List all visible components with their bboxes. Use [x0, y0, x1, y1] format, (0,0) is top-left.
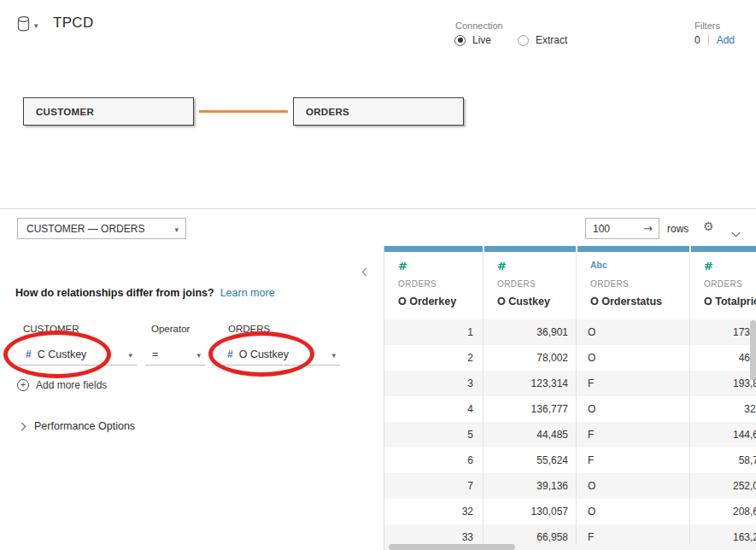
cell: 1 [384, 319, 483, 345]
add-filter-link[interactable]: Add [717, 34, 735, 46]
table-row: 1 36,901 O 173,6 [384, 319, 756, 345]
chevron-down-icon [128, 348, 137, 360]
collapse-panel-chevron-icon[interactable] [363, 263, 369, 278]
chevron-down-icon [174, 223, 179, 235]
cell: 46,9 [690, 345, 756, 371]
chevron-down-icon [34, 16, 38, 32]
database-menu-button[interactable] [17, 16, 38, 32]
chevron-down-icon [196, 348, 205, 360]
add-more-fields-label: Add more fields [36, 379, 107, 391]
rows-label: rows [667, 223, 689, 235]
column-header-totalprice[interactable]: # ORDERS O Totalprice [690, 252, 756, 319]
table-row: 2 78,002 O 46,9 [384, 345, 756, 371]
collapse-grid-chevron-icon[interactable] [733, 224, 739, 239]
right-table-label: ORDERS [228, 324, 270, 334]
column-field-name: O Orderstatus [590, 295, 662, 307]
cell: F [577, 422, 690, 448]
table-customer[interactable]: CUSTOMER [23, 97, 194, 126]
cell: O [577, 396, 690, 422]
table-orders[interactable]: ORDERS [293, 97, 464, 126]
cell: 32, [690, 396, 756, 422]
column-accent-bar [691, 246, 756, 252]
numeric-type-icon: # [398, 260, 407, 272]
column-table-name: ORDERS [704, 279, 742, 289]
table-row: 3 123,314 F 193,8 [384, 371, 756, 396]
plus-circle-icon [17, 379, 29, 391]
column-accent-bar [484, 246, 576, 252]
radio-unselected-icon [518, 35, 529, 46]
rows-count-box [585, 218, 659, 239]
filters-row: 0 Add [694, 34, 735, 46]
cell: 252,0 [690, 473, 756, 499]
cell: F [577, 448, 690, 473]
right-field-dropdown[interactable]: # O Custkey [212, 343, 340, 366]
numeric-type-icon: # [497, 260, 507, 272]
filters-count: 0 [694, 34, 700, 46]
add-more-fields-button[interactable]: Add more fields [17, 379, 107, 391]
cell: 136,777 [483, 396, 577, 422]
relationship-noodle[interactable] [199, 110, 288, 113]
cell: 32 [384, 499, 483, 524]
datasource-title[interactable]: TPCD [53, 15, 93, 32]
apply-rows-arrow-icon[interactable] [643, 223, 659, 234]
table-row: 5 44,485 F 144,6 [384, 422, 756, 448]
cell: 2 [384, 345, 483, 371]
relationship-selector-dropdown[interactable]: CUSTOMER — ORDERS [17, 218, 186, 239]
cell: 173,6 [690, 319, 756, 345]
radio-live-label: Live [472, 34, 491, 46]
rows-count-input[interactable] [586, 223, 629, 235]
left-field-value: C Custkey [38, 348, 87, 360]
cell: F [577, 371, 690, 396]
column-header-orderstatus[interactable]: Abc ORDERS O Orderstatus [577, 252, 690, 319]
cell: O [577, 345, 690, 371]
right-field-value: O Custkey [239, 348, 289, 360]
column-accent-bar [384, 246, 483, 252]
cell: 144,6 [690, 422, 756, 448]
operator-dropdown[interactable]: = [145, 343, 205, 366]
cell: O [577, 499, 690, 524]
column-header-orderkey[interactable]: # ORDERS O Orderkey [384, 252, 483, 319]
cell: 78,002 [483, 345, 577, 371]
cell: 5 [384, 422, 483, 448]
table-row: 32 130,057 O 208,6 [384, 499, 756, 524]
radio-selected-icon [454, 35, 466, 46]
column-field-name: O Totalprice [704, 295, 756, 307]
radio-live[interactable]: Live [454, 34, 491, 46]
radio-extract[interactable]: Extract [518, 34, 567, 46]
horizontal-scrollbar-thumb[interactable] [389, 544, 515, 550]
performance-options-label: Performance Options [34, 420, 135, 432]
column-table-name: ORDERS [497, 279, 536, 289]
cell: 123,314 [483, 371, 577, 396]
operator-label: Operator [151, 324, 190, 334]
cell: 6 [384, 448, 483, 473]
chevron-right-icon [18, 422, 26, 430]
left-field-dropdown[interactable]: # C Custkey [18, 343, 137, 366]
column-accent-bar [577, 246, 689, 252]
data-preview-grid: # ORDERS O Orderkey # ORDERS O Custkey A… [384, 246, 756, 550]
column-table-name: ORDERS [590, 279, 629, 289]
cell: 7 [384, 473, 483, 499]
column-table-name: ORDERS [398, 279, 437, 289]
panel-divider [0, 208, 756, 209]
cell: O [577, 473, 690, 499]
string-type-icon: Abc [590, 260, 607, 270]
horizontal-scrollbar-track[interactable] [384, 544, 756, 550]
performance-options-expander[interactable]: Performance Options [19, 420, 135, 432]
cell: 130,057 [483, 499, 577, 524]
relationships-question: How do relationships differ from joins?L… [15, 287, 275, 299]
column-field-name: O Orderkey [398, 295, 456, 307]
table-row: 6 55,624 F 58,7 [384, 448, 756, 473]
database-icon [17, 16, 30, 32]
gear-icon[interactable] [703, 220, 714, 232]
cell: 58,7 [690, 448, 756, 473]
numeric-field-icon: # [26, 348, 32, 360]
connection-radio-group: Live Extract [454, 34, 567, 46]
column-header-custkey[interactable]: # ORDERS O Custkey [483, 252, 577, 319]
left-table-label: CUSTOMER [23, 324, 79, 334]
cell: 208,6 [690, 499, 756, 524]
table-orders-label: ORDERS [306, 107, 349, 117]
vertical-scrollbar[interactable] [750, 320, 756, 380]
cell: 44,485 [483, 422, 577, 448]
cell: O [577, 319, 690, 345]
learn-more-link[interactable]: Learn more [220, 287, 275, 299]
